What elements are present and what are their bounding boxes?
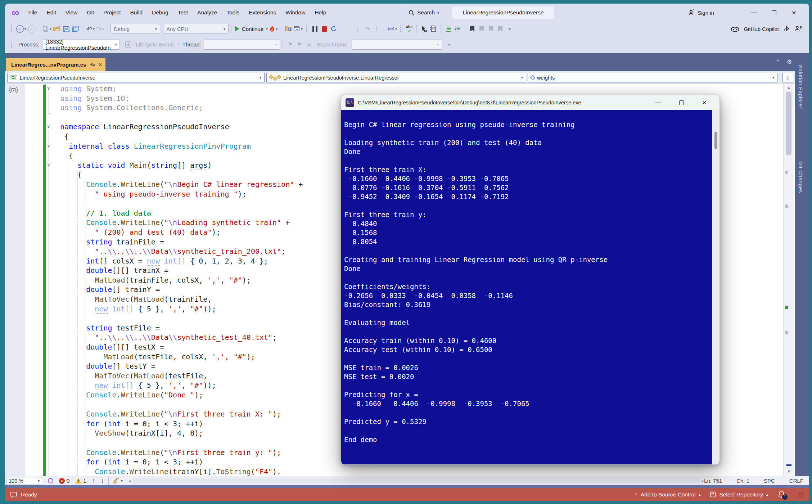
toolbar-grip[interactable]	[400, 24, 402, 33]
code-line[interactable]: // 1. load data	[60, 208, 303, 218]
line-ending-indicator[interactable]: CRLF	[789, 478, 803, 484]
code-line[interactable]: Console.WriteLine("\nFirst three train X…	[60, 409, 303, 419]
code-line[interactable]: new int[] { 5 }, ',', "#"));	[60, 304, 303, 314]
code-line[interactable]: Console.WriteLine("Done ");	[60, 390, 303, 400]
code-line[interactable]: {	[60, 151, 303, 161]
menu-tools[interactable]: Tools	[222, 7, 244, 18]
navigate-back-button[interactable]: ←▾	[15, 24, 27, 34]
step-over-button[interactable]: ↷	[362, 24, 372, 34]
flag-threads-button[interactable]: ⚑	[285, 40, 295, 50]
code-line[interactable]: Console.WriteLine("\nFirst three train y…	[60, 448, 303, 458]
document-health-indicator[interactable]	[48, 478, 53, 483]
toolbar-overflow-button[interactable]: ▾	[505, 24, 514, 34]
zoom-combo[interactable]: 100 %▾	[6, 477, 42, 485]
share-icon[interactable]	[783, 26, 790, 32]
sign-in-button[interactable]: Sign in	[687, 4, 714, 22]
menu-debug[interactable]: Debug	[147, 7, 173, 18]
scroll-down-icon[interactable]: ▼	[784, 469, 794, 473]
code-line[interactable]: Console.WriteLine("\nLoading synthetic t…	[60, 218, 303, 228]
document-tab[interactable]: LinearRegres...nvProgram.cs ×	[6, 58, 105, 71]
menu-project[interactable]: Project	[99, 7, 125, 18]
code-line[interactable]: new int[] { 5 }, ',', "#"));	[60, 381, 303, 390]
scroll-left-icon[interactable]: ◂	[128, 478, 131, 483]
feedback-bubble-icon[interactable]	[10, 491, 17, 498]
editor-gutter[interactable]: {↗}	[5, 84, 25, 476]
toolbar-grip[interactable]	[11, 24, 13, 33]
scroll-up-icon[interactable]: ▲	[784, 85, 794, 90]
console-close-button[interactable]: ×	[693, 95, 716, 110]
close-button[interactable]: ×	[784, 4, 804, 22]
code-line[interactable]: double[][] trainX =	[60, 266, 303, 275]
open-file-button[interactable]	[52, 24, 62, 34]
code-line[interactable]: VecShow(trainX[i], 4, 8);	[60, 428, 303, 438]
break-all-button[interactable]	[310, 24, 320, 34]
space-mode-indicator[interactable]: SPC	[764, 478, 775, 484]
process-combo[interactable]: [18332] LinearRegressionPseudoIn▾	[42, 40, 120, 50]
menu-view[interactable]: View	[61, 7, 82, 18]
horizontal-scrollbar[interactable]	[133, 478, 699, 483]
menu-window[interactable]: Window	[281, 7, 310, 18]
previous-bookmark-button[interactable]	[477, 24, 486, 34]
code-line[interactable]: "..\\..\\..\\Data\\synthetic_test_40.txt…	[60, 333, 303, 342]
next-bookmark-button[interactable]	[486, 24, 496, 34]
navigate-forward-button[interactable]: →	[27, 24, 36, 34]
console-output[interactable]: Begin C# linear regression using pseudo-…	[341, 110, 719, 464]
previous-issue-button[interactable]: ↑	[92, 477, 95, 485]
hot-reload-button[interactable]: ▾	[269, 24, 278, 34]
save-all-button[interactable]	[71, 24, 80, 34]
select-repository-button[interactable]: Select Repository ▴	[710, 491, 768, 498]
error-count[interactable]: × 0	[59, 478, 69, 484]
save-button[interactable]	[62, 24, 71, 34]
stack-frame-combo[interactable]: ▾	[352, 40, 442, 50]
stop-debugging-button[interactable]	[320, 24, 329, 34]
selection-tool-button[interactable]	[419, 24, 429, 34]
text-editor-button[interactable]: abc✓	[405, 24, 414, 34]
intellitrace-button[interactable]: ▾	[387, 24, 398, 34]
console-title-bar[interactable]: C:\ C:\VSM\LinearRegressionPseudoInverse…	[341, 95, 719, 110]
continue-button[interactable]: Continue ▾	[234, 24, 269, 34]
code-line[interactable]	[60, 438, 303, 448]
code-cleanup-button[interactable]: ▾	[113, 478, 123, 484]
step-out-button[interactable]: ↑	[372, 24, 381, 34]
solution-explorer-window-button[interactable]: ▾	[293, 24, 303, 34]
menu-file[interactable]: File	[23, 7, 42, 18]
code-line[interactable]: {	[60, 170, 303, 180]
code-line[interactable]: string testFile =	[60, 323, 303, 333]
code-line[interactable]: static void Main(string[] args)	[60, 161, 303, 170]
menu-build[interactable]: Build	[125, 7, 147, 18]
split-editor-button[interactable]: ↕	[782, 73, 793, 82]
toggle-bookmark-button[interactable]	[468, 24, 477, 34]
undo-button[interactable]: ↶▾	[86, 24, 95, 34]
find-in-files-button[interactable]	[284, 24, 293, 34]
toolbar-grip[interactable]	[306, 24, 308, 33]
next-issue-button[interactable]: ↓	[101, 477, 104, 485]
fold-chevron-icon[interactable]: ∨	[45, 124, 52, 129]
code-line[interactable]: {	[60, 132, 303, 141]
code-line[interactable]: string trainFile =	[60, 237, 303, 247]
line-indicator[interactable]: Ln: 751	[704, 478, 722, 484]
fold-chevron-icon[interactable]: ∨	[45, 86, 52, 91]
code-line[interactable]	[60, 199, 303, 208]
indent-increase-button[interactable]	[453, 24, 462, 34]
code-line[interactable]: " using pseudo-inverse training ");	[60, 189, 303, 199]
console-maximize-button[interactable]	[670, 95, 693, 110]
code-line[interactable]: MatToVec(MatLoad(testFile,	[60, 371, 303, 381]
code-line[interactable]: namespace LinearRegressionPseudoInverse	[60, 122, 303, 132]
code-line[interactable]: using System.Collections.Generic;	[60, 103, 303, 113]
toolbar-grip[interactable]	[11, 40, 13, 49]
minimize-button[interactable]: —	[744, 4, 764, 22]
code-line[interactable]: int[] colsX = new int[] { 0, 1, 2, 3, 4 …	[60, 256, 303, 266]
type-dropdown[interactable]: LinearRegressionPseudoInverse.LinearRegr…	[266, 73, 526, 82]
show-threads-button[interactable]: ⋈	[304, 40, 313, 50]
clear-bookmarks-button[interactable]	[496, 24, 505, 34]
column-indicator[interactable]: Ch: 1	[736, 478, 749, 484]
tab-close-icon[interactable]: ×	[98, 61, 102, 68]
show-next-statement-button[interactable]: →	[344, 24, 353, 34]
menu-git[interactable]: Git	[82, 7, 99, 18]
document-outline-button[interactable]	[429, 24, 438, 34]
code-text[interactable]: using System;using System.IO;using Syste…	[60, 84, 303, 476]
code-line[interactable]: for (int i = 0; i < 3; ++i)	[60, 457, 303, 467]
menu-analyze[interactable]: Analyze	[193, 7, 222, 18]
code-line[interactable]: double[] trainY =	[60, 285, 303, 294]
editor-vertical-scrollbar[interactable]: ▲ ▼	[783, 84, 794, 476]
